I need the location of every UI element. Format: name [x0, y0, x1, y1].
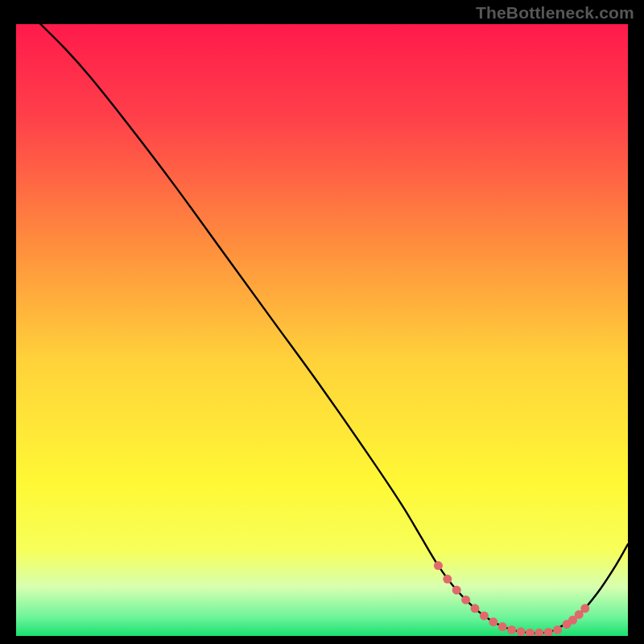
chart-frame [16, 24, 628, 636]
marker-dot [461, 596, 470, 605]
marker-dot [452, 586, 461, 595]
marker-dot [489, 617, 497, 626]
marker-dot [443, 575, 452, 584]
gradient-background [16, 24, 628, 636]
marker-dot [471, 604, 480, 613]
marker-dot [580, 604, 589, 613]
bottleneck-curve-chart [16, 24, 628, 636]
marker-dot [507, 625, 516, 634]
marker-dot [480, 611, 489, 620]
marker-dot [553, 625, 562, 634]
watermark-text: TheBottleneck.com [476, 3, 634, 23]
marker-dot [498, 622, 507, 631]
marker-dot [434, 561, 443, 570]
marker-dot [517, 627, 526, 636]
